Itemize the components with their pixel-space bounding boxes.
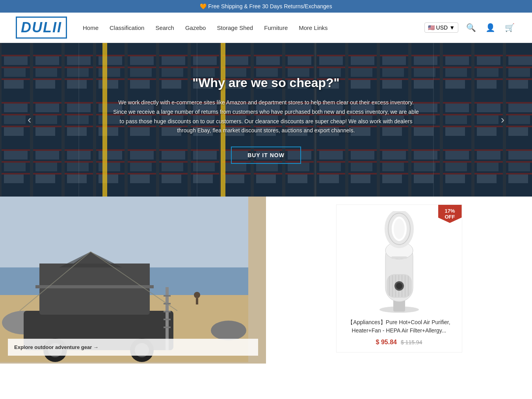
- banner-text: 🧡 Free Shipping & Free 30 Days Returns/E…: [200, 3, 332, 9]
- svg-rect-30: [164, 295, 171, 297]
- discount-percent: 17%: [445, 208, 455, 214]
- user-icon: 👤: [485, 23, 495, 32]
- product-title: 【Appliances】Pure Hot+Cool Air Purifier, …: [343, 318, 456, 335]
- svg-point-60: [394, 219, 405, 239]
- hero-section: "Why are we so cheap?" We work directly …: [0, 43, 532, 197]
- nav-search[interactable]: Search: [155, 24, 174, 31]
- cart-icon: 🛒: [505, 23, 515, 32]
- promo-banner-text: Explore outdoor adventure gear →: [14, 344, 99, 350]
- nav-classification[interactable]: Classification: [110, 24, 144, 31]
- svg-rect-32: [164, 311, 171, 312]
- flag-icon: 🇺🇸: [428, 24, 435, 31]
- currency-selector[interactable]: 🇺🇸 USD ▼: [424, 22, 458, 33]
- account-button[interactable]: 👤: [484, 21, 497, 34]
- cart-button[interactable]: 🛒: [503, 21, 516, 34]
- nav-links: Home Classification Search Gazebo Storag…: [83, 24, 424, 31]
- price-area: $ 95.84 $ 115.94: [343, 339, 456, 346]
- original-price: $ 115.94: [401, 339, 422, 345]
- bottom-section: Explore outdoor adventure gear → 17% OFF: [0, 197, 532, 364]
- svg-rect-38: [35, 285, 154, 288]
- chevron-down-icon: ▼: [449, 24, 455, 31]
- hero-next-arrow[interactable]: ›: [501, 113, 504, 126]
- nav-more-links[interactable]: More Links: [299, 24, 327, 31]
- currency-label: USD: [436, 24, 448, 31]
- svg-point-56: [396, 283, 402, 289]
- svg-rect-33: [164, 319, 171, 320]
- top-banner: 🧡 Free Shipping & Free 30 Days Returns/E…: [0, 0, 532, 13]
- hero-content: "Why are we so cheap?" We work directly …: [0, 43, 532, 197]
- logo-text: DULII: [16, 17, 67, 39]
- navbar: DULII Home Classification Search Gazebo …: [0, 13, 532, 43]
- discount-off: OFF: [445, 214, 455, 220]
- search-icon: 🔍: [466, 23, 476, 32]
- nav-storage-shed[interactable]: Storage Shed: [217, 24, 253, 31]
- svg-rect-42: [196, 298, 198, 304]
- hero-prev-arrow[interactable]: ‹: [28, 113, 31, 126]
- product-card: 17% OFF: [336, 204, 462, 353]
- product-section: 17% OFF: [266, 197, 532, 364]
- svg-rect-57: [391, 256, 407, 259]
- dyson-purifier-svg: [364, 211, 435, 314]
- nav-right: 🇺🇸 USD ▼ 🔍 👤 🛒: [424, 21, 516, 34]
- svg-rect-24: [39, 287, 150, 315]
- search-button[interactable]: 🔍: [465, 21, 478, 34]
- svg-point-41: [194, 292, 200, 298]
- promo-banner-overlay: Explore outdoor adventure gear →: [8, 339, 258, 356]
- hero-description: We work directly with e-commerce sites l…: [112, 98, 420, 135]
- promo-image-section: Explore outdoor adventure gear →: [0, 197, 266, 364]
- product-image[interactable]: [356, 211, 443, 314]
- nav-furniture[interactable]: Furniture: [264, 24, 288, 31]
- svg-point-22: [211, 321, 246, 340]
- buy-now-button[interactable]: BUY IT NOW: [231, 147, 301, 164]
- svg-rect-34: [164, 327, 171, 328]
- nav-gazebo[interactable]: Gazebo: [185, 24, 206, 31]
- rooftop-tent-image: [0, 197, 248, 362]
- sale-price: $ 95.84: [376, 339, 397, 346]
- hero-title: "Why are we so cheap?": [192, 76, 340, 90]
- nav-home[interactable]: Home: [83, 24, 99, 31]
- logo[interactable]: DULII: [16, 17, 67, 39]
